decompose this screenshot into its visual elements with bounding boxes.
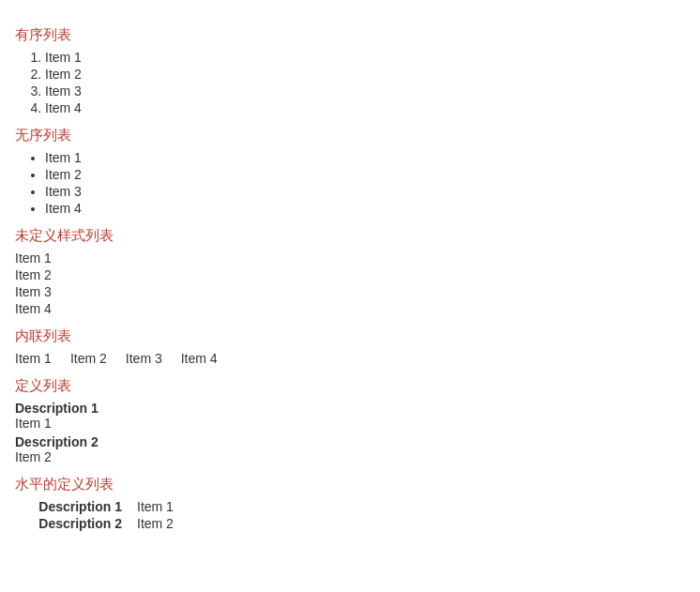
list-item: Item 1 [45, 150, 685, 165]
horizontal-definition-list-title: 水平的定义列表 [15, 476, 685, 493]
list-item: Item 3 [45, 83, 685, 99]
definition-detail: Item 1 [137, 499, 174, 514]
list-item: Item 3 [45, 184, 685, 199]
inline-list-title: 内联列表 [15, 327, 685, 345]
definition-list: Description 1 Item 1 Description 2 Item … [15, 401, 685, 464]
unstyled-list-title: 未定义样式列表 [15, 227, 685, 245]
unordered-list: Item 1 Item 2 Item 3 Item 4 [45, 150, 685, 216]
definition-term: Description 1 [15, 499, 137, 514]
definition-term: Description 2 [15, 516, 137, 531]
list-item: Item 3 [15, 284, 685, 299]
horizontal-definition-list: Description 1 Item 1 Description 2 Item … [15, 499, 685, 531]
list-item: Item 1 [45, 50, 685, 65]
list-item: Item 4 [181, 351, 218, 366]
unstyled-list: Item 1 Item 2 Item 3 Item 4 [15, 250, 685, 316]
list-item: Item 3 [126, 351, 162, 366]
ordered-list-title: 有序列表 [15, 26, 685, 44]
definition-row: Description 2 Item 2 [15, 516, 685, 531]
definition-term: Description 2 [15, 434, 685, 449]
list-item: Item 1 [15, 351, 52, 366]
ordered-list: Item 1 Item 2 Item 3 Item 4 [45, 50, 685, 115]
definition-detail: Item 2 [15, 449, 685, 464]
list-item: Item 4 [45, 201, 685, 216]
definition-detail: Item 2 [137, 516, 174, 531]
list-item: Item 2 [15, 267, 685, 282]
list-item: Item 1 [15, 250, 685, 266]
list-item: Item 2 [45, 67, 685, 82]
list-item: Item 4 [15, 301, 685, 316]
definition-row: Description 1 Item 1 [15, 499, 685, 514]
definition-list-title: 定义列表 [15, 377, 685, 395]
list-item: Item 2 [70, 351, 107, 366]
unordered-list-title: 无序列表 [15, 127, 685, 144]
list-item: Item 4 [45, 100, 685, 115]
inline-list: Item 1 Item 2 Item 3 Item 4 [15, 351, 685, 366]
list-item: Item 2 [45, 167, 685, 182]
definition-term: Description 1 [15, 401, 685, 416]
definition-detail: Item 1 [15, 416, 685, 431]
